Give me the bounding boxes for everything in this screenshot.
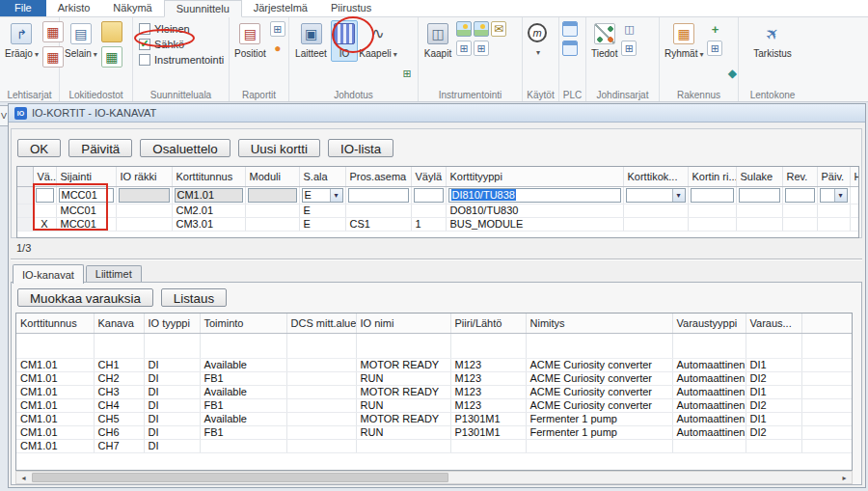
osaluettelo-button[interactable]: Osaluettelo [140, 139, 230, 157]
col-header-rev[interactable]: Rev. [782, 167, 817, 186]
harness-table-icon[interactable] [621, 41, 637, 56]
add-group-icon[interactable] [707, 21, 722, 37]
cell-piiri-lahto[interactable] [450, 439, 526, 452]
scroll-left-icon[interactable] [16, 472, 31, 483]
kaapeli-button[interactable]: Kaapeli [358, 20, 398, 62]
cell-pros-asema[interactable] [345, 204, 411, 217]
group-table-icon[interactable] [707, 41, 722, 56]
channel-row[interactable]: CM1.01 CH2 DI FB1 RUN M123 ACME Curiosit… [16, 371, 853, 385]
channel-row[interactable]: CM1.01 CH7 DI [16, 439, 853, 452]
cell-varaus[interactable]: DI1 [746, 412, 801, 425]
positiot-button[interactable]: Positiot [231, 20, 269, 62]
horizontal-scrollbar[interactable] [15, 471, 853, 484]
cell-sala[interactable]: E [299, 204, 345, 217]
cell-varaustyyppi[interactable]: Automaattinen [672, 385, 746, 398]
cell-kortin-rivi[interactable] [688, 204, 736, 217]
instrument-list-icon[interactable] [474, 41, 489, 56]
tab-arkisto[interactable]: Arkisto [46, 0, 102, 16]
cell-korttikoko[interactable] [623, 186, 688, 204]
cell-kanava[interactable]: CH2 [94, 371, 144, 385]
cell-piiri-lahto[interactable]: P1301M1 [450, 412, 526, 425]
col-header-io-tyyppi[interactable]: IO tyyppi [144, 314, 200, 333]
cell-toiminto[interactable]: Available [200, 385, 286, 398]
plc-config-icon[interactable] [562, 41, 578, 56]
cell-kortin-rivi[interactable] [688, 217, 736, 231]
paivita-button[interactable]: Päivitä [68, 139, 132, 157]
combo-arrow-icon[interactable] [330, 189, 342, 202]
cell-huom[interactable] [850, 186, 859, 204]
cell-nimitys[interactable] [526, 439, 672, 452]
selain-button[interactable]: Selain [62, 20, 100, 62]
cell-korttitunnus[interactable]: CM1.01 [16, 358, 94, 371]
harness-window-icon[interactable] [621, 21, 637, 37]
plc-window-icon[interactable] [562, 21, 578, 37]
cell-toiminto[interactable]: Available [200, 412, 286, 425]
cell-rev[interactable] [782, 186, 817, 204]
eraajo-button[interactable]: Eräajo [2, 20, 41, 62]
cell-toiminto[interactable]: FB1 [200, 398, 286, 412]
cell-toiminto[interactable]: FB1 [200, 371, 286, 385]
cell-io-nimi[interactable]: MOTOR READY [356, 385, 450, 398]
tab-file[interactable]: File [0, 0, 46, 16]
cell-korttitunnus[interactable]: CM1.01 [16, 425, 94, 439]
instrument-table-icon[interactable] [456, 41, 472, 56]
cell-korttikoko[interactable] [623, 204, 688, 217]
cell-rev[interactable] [782, 204, 817, 217]
checkbox-yleinen[interactable]: Yleinen [139, 22, 223, 35]
channel-row[interactable]: CM1.01 CH1 DI Available MOTOR READY M123… [16, 358, 853, 371]
cell-varaustyyppi[interactable]: Automaattinen [672, 412, 746, 425]
korttikoko-combobox[interactable] [626, 188, 686, 203]
cell-io-tyyppi[interactable]: DI [144, 398, 200, 412]
tab-piirustus[interactable]: Piirustus [319, 0, 383, 16]
cell-sijainti[interactable]: MCC01 [56, 186, 116, 204]
cell-toiminto[interactable]: Available [200, 358, 286, 371]
cell-korttityyppi[interactable]: DO810/TU830 [446, 204, 623, 217]
cell-kanava[interactable]: CH7 [94, 439, 144, 452]
laitteet-button[interactable]: Laitteet [291, 20, 331, 62]
cell-varaus[interactable] [746, 439, 801, 452]
col-header-kortin-rivi[interactable]: Kortin ri... [688, 167, 736, 186]
card-row-editing[interactable]: MCC01 CM1.01 E DI810/TU838 [17, 186, 859, 204]
col-header-korttikoko[interactable]: Korttikok... [623, 167, 688, 186]
cell-vayla[interactable]: 1 [411, 217, 446, 231]
cell-piiri-lahto[interactable]: P1301M1 [450, 425, 526, 439]
tab-liittimet[interactable]: Liittimet [86, 265, 142, 283]
loop-drawing-icon[interactable] [456, 21, 472, 37]
cell-paiv[interactable] [817, 217, 850, 231]
cell-korttitunnus[interactable]: CM1.01 [16, 371, 94, 385]
cell-dcs-mitt-alue[interactable] [286, 385, 356, 398]
col-header-paiv[interactable]: Päiv. [817, 167, 850, 186]
col-header-sulake[interactable]: Sulake [736, 167, 782, 186]
cell-kanava[interactable]: CH1 [94, 358, 144, 371]
cell-korttitunnus[interactable]: CM1.01 [172, 186, 245, 204]
cell-piiri-lahto[interactable]: M123 [450, 398, 526, 412]
col-header-korttityyppi[interactable]: Korttityyppi [446, 167, 623, 186]
cell-varaus[interactable]: DI1 [746, 385, 801, 398]
cell-vayla[interactable] [411, 204, 446, 217]
col-header-korttitunnus[interactable]: Korttitunnus [16, 314, 94, 333]
cell-io-tyyppi[interactable]: DI [144, 385, 200, 398]
cell-io-tyyppi[interactable]: DI [144, 425, 200, 439]
cell-io-tyyppi[interactable]: DI [144, 439, 200, 452]
cell-dcs-mitt-alue[interactable] [286, 439, 356, 452]
cell-kanava[interactable]: CH5 [94, 412, 144, 425]
cell-dcs-mitt-alue[interactable] [286, 398, 356, 412]
cell-nimitys[interactable]: ACME Curiosity converter [526, 385, 672, 398]
cell-piiri-lahto[interactable]: M123 [450, 385, 526, 398]
cell-io-rakki[interactable] [116, 217, 172, 231]
col-header-korttitunnus[interactable]: Korttitunnus [172, 167, 245, 186]
cell-huom[interactable] [850, 204, 859, 217]
tab-nakyma[interactable]: Näkymä [101, 0, 163, 16]
col-header-piiri-lahto[interactable]: Piiri/Lähtö [450, 314, 526, 333]
cell-sijainti[interactable]: MCC01 [56, 217, 116, 231]
cell-nimitys[interactable]: ACME Curiosity converter [526, 371, 672, 385]
cell-moduli[interactable] [245, 204, 299, 217]
cell-varaustyyppi[interactable]: Automaattinen [672, 398, 746, 412]
cell-korttitunnus[interactable]: CM3.01 [172, 217, 245, 231]
cell-pros-asema[interactable] [345, 186, 411, 204]
scroll-right-icon[interactable] [837, 472, 852, 483]
cell-korttitunnus[interactable]: CM1.01 [16, 439, 94, 452]
cell-paiv[interactable] [817, 204, 850, 217]
col-header-sijainti[interactable]: Sijainti [56, 167, 116, 186]
cell-pros-asema[interactable]: CS1 [345, 217, 411, 231]
